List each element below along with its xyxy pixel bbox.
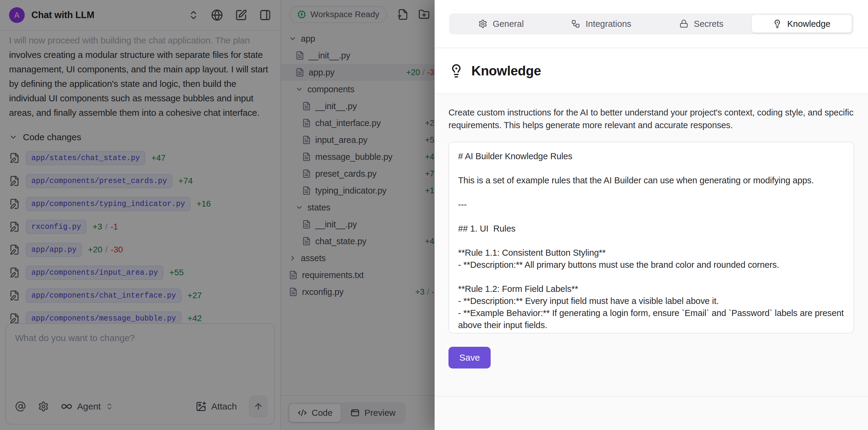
bulb-icon [773, 19, 782, 28]
tab-secrets[interactable]: Secrets [651, 15, 752, 33]
save-button[interactable]: Save [448, 347, 491, 369]
knowledge-heading-row: Knowledge [435, 48, 868, 94]
lightbulb-icon [449, 64, 464, 78]
tab-label: Secrets [694, 19, 723, 29]
workflow-icon [571, 19, 580, 28]
settings-tabs-section: General Integrations Secrets Knowledge [435, 0, 868, 48]
gear-icon [478, 19, 487, 28]
tab-label: Knowledge [787, 19, 831, 29]
knowledge-description: Create custom instructions for the AI to… [448, 106, 854, 132]
modal-footer [435, 396, 868, 430]
settings-tabbar: General Integrations Secrets Knowledge [449, 13, 854, 34]
tab-integrations[interactable]: Integrations [551, 15, 652, 33]
tab-general[interactable]: General [451, 15, 551, 33]
knowledge-rules-input[interactable]: # AI Builder Knowledge Rules This is a s… [448, 142, 854, 334]
app-window: A Chat with LLM I will now proceed with … [0, 0, 868, 430]
tab-knowledge[interactable]: Knowledge [752, 15, 852, 33]
knowledge-heading: Knowledge [471, 63, 541, 78]
lock-icon [679, 19, 688, 28]
knowledge-content: Create custom instructions for the AI to… [435, 94, 868, 396]
settings-modal: General Integrations Secrets Knowledge K… [435, 0, 868, 430]
tab-label: General [493, 19, 524, 29]
tab-label: Integrations [586, 19, 631, 29]
